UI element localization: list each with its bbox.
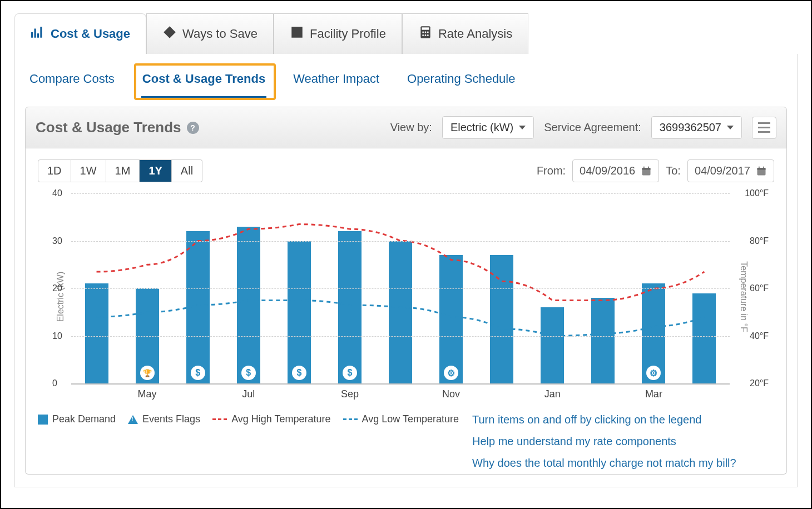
legend-avg-low[interactable]: Avg Low Temperature [343,413,459,425]
svg-rect-14 [643,166,645,168]
legend-avg-high[interactable]: Avg High Temperature [212,413,330,425]
service-agreement-label: Service Agreement: [544,121,641,134]
svg-point-7 [424,32,426,33]
y2-tick: 40°F [750,331,769,341]
x-tick: Nov [442,388,460,400]
svg-point-11 [427,34,429,36]
svg-rect-13 [642,168,651,169]
y-tick: 0 [52,378,57,388]
line-avg-low-temperature [97,300,705,336]
range-1d[interactable]: 1D [38,159,71,182]
range-1y[interactable]: 1Y [140,159,171,182]
chart-menu-button[interactable] [752,117,776,139]
svg-rect-15 [648,166,650,168]
range-all[interactable]: All [172,159,202,182]
svg-point-8 [427,32,429,33]
legend-peak-demand[interactable]: Peak Demand [38,413,116,425]
bar-chart-icon [31,25,45,43]
from-date-input[interactable]: 04/09/2016 [572,159,659,182]
tab-facility-profile[interactable]: Facility Profile [274,13,402,54]
chevron-down-icon [727,126,734,129]
view-by-label: View by: [390,121,432,134]
calculator-icon [418,25,433,43]
y-tick: 40 [52,188,62,198]
calendar-icon [641,166,652,177]
tab-label: Facility Profile [310,27,386,41]
svg-rect-0 [31,32,33,38]
view-by-value: Electric (kW) [450,121,513,134]
help-icon[interactable]: ? [187,122,199,134]
help-links: Turn items on and off by clicking on the… [472,413,736,470]
x-tick: Jan [544,388,561,400]
y-tick: 20 [52,283,62,293]
x-tick: May [138,388,157,400]
chevron-down-icon [519,126,526,129]
tab-ways-to-save[interactable]: Ways to Save [146,13,274,54]
y-axis-label: Electric (kW) [56,272,66,322]
y2-tick: 80°F [750,236,769,246]
tab-label: Ways to Save [182,27,258,41]
view-by-select[interactable]: Electric (kW) [442,116,534,139]
svg-point-10 [424,34,426,36]
legend-events-flags[interactable]: Events Flags [128,413,200,425]
y-tick: 10 [52,331,62,341]
y2-tick: 60°F [750,283,769,293]
to-label: To: [666,164,681,177]
service-agreement-select[interactable]: 3699362507 [651,116,742,139]
sub-tabs: Compare Costs Cost & Usage Trends Weathe… [15,54,797,107]
svg-rect-19 [763,166,764,168]
price-tag-icon [162,25,177,43]
subtab-operating-schedule[interactable]: Operating Schedule [406,69,516,99]
time-range-group: 1D 1W 1M 1Y All [38,159,202,182]
subtab-weather-impact[interactable]: Weather Impact [292,69,380,99]
main-tabs: Cost & Usage Ways to Save Facility Profi… [14,13,798,54]
svg-rect-18 [759,166,760,168]
y2-axis-label: Temperature in °F [738,261,748,332]
chart: Electric (kW) Temperature in °F 🏆$$$$⚙⚙ … [38,186,774,408]
y2-tick: 20°F [750,378,769,388]
svg-rect-3 [40,27,42,38]
from-label: From: [537,164,566,177]
range-1m[interactable]: 1M [106,159,140,182]
y-tick: 30 [52,236,62,246]
card-title: Cost & Usage Trends [36,119,181,136]
svg-point-9 [422,34,424,36]
warning-icon [128,415,138,424]
card-header: Cost & Usage Trends ? View by: Electric … [25,107,787,148]
chart-legend: Peak Demand Events Flags Avg High Temper… [38,413,459,425]
y2-tick: 100°F [745,188,769,198]
link-monthly-charge[interactable]: Why does the total monthly charge not ma… [472,457,736,470]
calendar-icon [756,166,767,177]
x-tick: Sep [341,388,359,400]
svg-rect-17 [757,168,766,169]
svg-rect-5 [422,27,429,29]
x-tick: Mar [645,388,662,400]
subtab-compare-costs[interactable]: Compare Costs [28,69,116,99]
tab-rate-analysis[interactable]: Rate Analysis [402,13,528,54]
subtab-cost-usage-trends[interactable]: Cost & Usage Trends [141,69,266,99]
svg-rect-2 [37,33,39,38]
service-agreement-value: 3699362507 [660,121,721,134]
building-icon [290,25,304,43]
svg-point-6 [422,32,424,33]
tab-label: Cost & Usage [51,27,130,41]
link-toggle-legend[interactable]: Turn items on and off by clicking on the… [472,413,736,426]
x-tick: Jul [242,388,255,400]
tab-label: Rate Analysis [438,27,512,41]
to-date-input[interactable]: 04/09/2017 [687,159,774,182]
panel-body: Compare Costs Cost & Usage Trends Weathe… [14,54,798,487]
tab-cost-usage[interactable]: Cost & Usage [14,13,146,54]
link-rate-components[interactable]: Help me understand my rate components [472,435,736,448]
range-1w[interactable]: 1W [71,159,106,182]
svg-rect-1 [34,29,36,38]
